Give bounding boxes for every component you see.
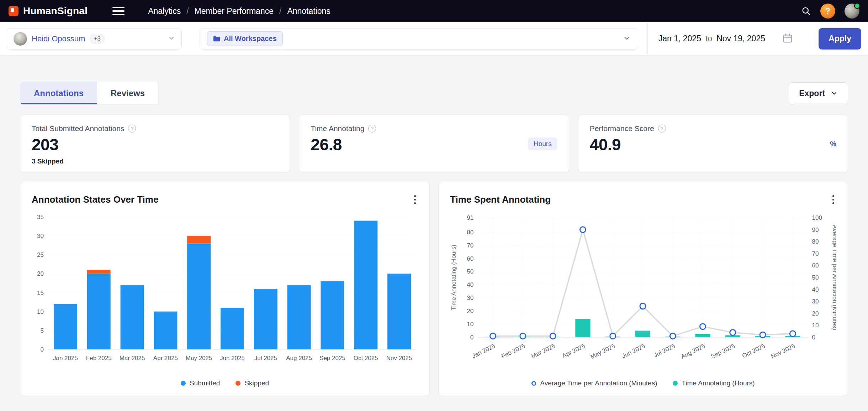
chevron-down-icon xyxy=(623,34,631,43)
stat-card-time-annotating: Time Annotating 26.8 Hours xyxy=(299,115,569,173)
apply-button[interactable]: Apply xyxy=(819,28,861,50)
svg-text:Mar 2025: Mar 2025 xyxy=(530,343,556,360)
legend-submitted[interactable]: Submitted xyxy=(181,379,220,387)
member-extra-count-badge: +3 xyxy=(90,34,104,44)
chart-legend: Submitted Skipped xyxy=(32,379,418,387)
stat-value: 26.8 xyxy=(311,135,557,154)
tab-bar: Annotations Reviews xyxy=(20,82,159,105)
svg-text:80: 80 xyxy=(812,238,819,245)
chart-menu-icon[interactable] xyxy=(830,193,836,206)
legend-label: Average Time per Annotation (Minutes) xyxy=(540,379,657,387)
menu-icon[interactable] xyxy=(112,7,125,15)
brand-name: HumanSignal xyxy=(23,5,88,17)
svg-text:91: 91 xyxy=(467,214,473,221)
svg-text:Jul 2025: Jul 2025 xyxy=(254,355,277,361)
svg-text:5: 5 xyxy=(41,327,44,334)
legend-time-annotating[interactable]: Time Annotating (Hours) xyxy=(673,379,755,387)
legend-dot-icon xyxy=(181,381,186,386)
svg-text:Jan 2025: Jan 2025 xyxy=(53,355,78,361)
chart-title: Time Spent Annotating xyxy=(450,194,551,205)
svg-text:Sep 2025: Sep 2025 xyxy=(319,355,345,361)
workspace-chip[interactable]: All Workspaces xyxy=(207,31,283,46)
chart-menu-icon[interactable] xyxy=(412,193,418,206)
svg-text:Feb 2025: Feb 2025 xyxy=(86,355,112,361)
tab-annotations[interactable]: Annotations xyxy=(20,82,97,104)
svg-text:90: 90 xyxy=(812,227,819,233)
time-spent-card: Time Spent Annotating 010203040506070809… xyxy=(438,182,848,396)
svg-text:Jun 2025: Jun 2025 xyxy=(621,343,646,360)
user-avatar[interactable] xyxy=(845,4,859,19)
date-to-word: to xyxy=(705,34,712,43)
info-icon[interactable] xyxy=(368,125,376,132)
legend-ring-icon xyxy=(531,381,536,386)
svg-text:30: 30 xyxy=(467,295,473,301)
legend-dot-icon xyxy=(673,381,678,386)
svg-text:May 2025: May 2025 xyxy=(186,355,212,361)
svg-text:10: 10 xyxy=(37,308,44,315)
workspace-chip-label: All Workspaces xyxy=(224,35,277,43)
svg-text:Aug 2025: Aug 2025 xyxy=(680,343,706,360)
topbar-actions xyxy=(801,4,859,19)
charts-row: Annotation States Over Time 051015202530… xyxy=(20,182,848,396)
chevron-down-icon xyxy=(168,35,175,43)
svg-text:10: 10 xyxy=(467,321,473,328)
stat-value: 40.9 xyxy=(590,135,836,154)
svg-text:Aug 2025: Aug 2025 xyxy=(286,355,312,361)
breadcrumb-separator: / xyxy=(279,6,281,16)
annotation-states-card: Annotation States Over Time 051015202530… xyxy=(20,182,430,396)
humansignal-logo-icon xyxy=(9,6,18,16)
svg-text:Jan 2025: Jan 2025 xyxy=(471,343,496,360)
svg-text:50: 50 xyxy=(812,274,819,281)
svg-text:40: 40 xyxy=(467,281,473,288)
unit-percent: % xyxy=(830,140,836,148)
legend-label: Time Annotating (Hours) xyxy=(682,379,755,387)
annotation-states-chart: 05101520253035Jan 2025Feb 2025Mar 2025Ap… xyxy=(32,211,418,371)
brand-logo[interactable]: HumanSignal xyxy=(9,5,88,17)
help-button[interactable] xyxy=(820,4,835,19)
svg-text:Mar 2025: Mar 2025 xyxy=(120,355,145,361)
calendar-icon[interactable] xyxy=(782,33,793,45)
chart-title: Annotation States Over Time xyxy=(32,194,158,205)
info-icon[interactable] xyxy=(128,125,136,132)
svg-text:30: 30 xyxy=(812,298,819,305)
info-icon[interactable] xyxy=(658,125,666,132)
svg-text:Time Annotating (Hours): Time Annotating (Hours) xyxy=(450,245,457,310)
member-select[interactable]: Heidi Opossum +3 xyxy=(7,28,182,50)
svg-text:100: 100 xyxy=(812,214,822,221)
stats-row: Total Submitted Annotations 203 3 Skippe… xyxy=(20,115,848,173)
svg-text:May 2025: May 2025 xyxy=(589,343,616,360)
export-button[interactable]: Export xyxy=(789,82,848,104)
legend-average-time[interactable]: Average Time per Annotation (Minutes) xyxy=(531,379,657,387)
folder-icon xyxy=(213,36,220,42)
breadcrumb-analytics[interactable]: Analytics xyxy=(148,6,181,16)
svg-text:70: 70 xyxy=(812,250,819,257)
member-name: Heidi Opossum xyxy=(32,34,85,43)
unit-badge-hours: Hours xyxy=(528,137,557,150)
date-from: Jan 1, 2025 xyxy=(658,34,701,43)
legend-skipped[interactable]: Skipped xyxy=(235,379,269,387)
legend-dot-icon xyxy=(235,381,240,386)
tab-reviews[interactable]: Reviews xyxy=(97,82,158,104)
workspace-select[interactable]: All Workspaces xyxy=(200,28,638,50)
top-bar: HumanSignal Analytics / Member Performan… xyxy=(0,0,868,22)
svg-text:20: 20 xyxy=(37,270,44,277)
svg-text:0: 0 xyxy=(470,334,474,341)
date-range-picker[interactable]: Jan 1, 2025 to Nov 19, 2025 xyxy=(648,33,804,45)
breadcrumb-member-performance[interactable]: Member Performance xyxy=(195,6,274,16)
svg-text:Oct 2025: Oct 2025 xyxy=(741,343,766,359)
stat-card-performance-score: Performance Score 40.9 % xyxy=(578,115,848,173)
stat-card-total-submitted: Total Submitted Annotations 203 3 Skippe… xyxy=(20,115,290,173)
svg-text:0: 0 xyxy=(812,334,816,341)
svg-text:0: 0 xyxy=(41,346,44,353)
date-to: Nov 19, 2025 xyxy=(716,34,765,43)
svg-text:20: 20 xyxy=(467,308,473,314)
stat-title: Performance Score xyxy=(590,124,654,133)
svg-text:Oct 2025: Oct 2025 xyxy=(354,355,378,361)
svg-text:Average Time per Annotation (M: Average Time per Annotation (Minutes) xyxy=(831,225,836,330)
breadcrumb-annotations[interactable]: Annotations xyxy=(287,6,330,16)
search-icon[interactable] xyxy=(801,6,811,16)
stat-value: 203 xyxy=(32,135,278,154)
svg-text:30: 30 xyxy=(37,233,44,239)
svg-text:Sep 2025: Sep 2025 xyxy=(710,343,736,360)
legend-label: Submitted xyxy=(190,379,220,387)
